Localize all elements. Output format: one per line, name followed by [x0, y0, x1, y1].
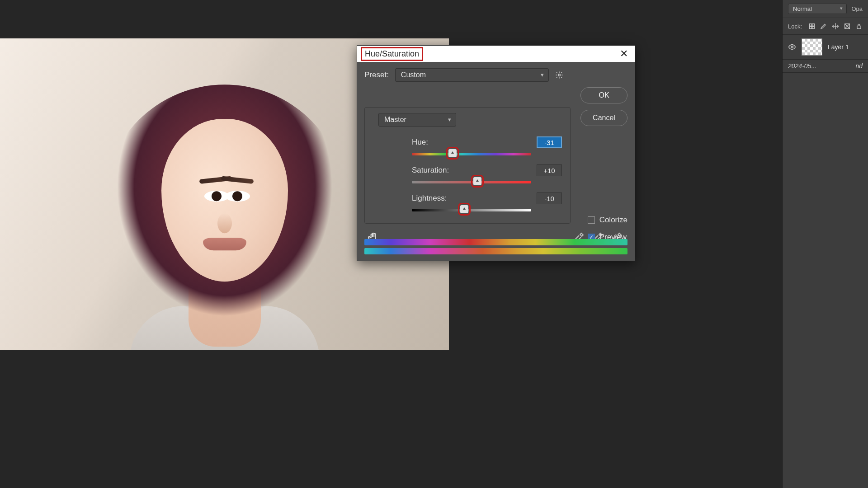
- visibility-eye-icon[interactable]: [788, 43, 796, 51]
- spectrum-input[interactable]: [364, 239, 627, 245]
- colorize-label: Colorize: [599, 216, 627, 225]
- svg-rect-3: [812, 27, 815, 29]
- spectrum-bars: [364, 239, 627, 254]
- dialog-title: Hue/Saturation: [361, 47, 423, 61]
- lock-pixels-icon[interactable]: [808, 23, 816, 30]
- hue-input[interactable]: [537, 136, 562, 148]
- preset-select[interactable]: Custom: [395, 68, 549, 82]
- layer-subline: 2024-05... nd: [783, 60, 868, 73]
- blend-mode-value: Normal: [793, 5, 812, 12]
- dialog-titlebar[interactable]: Hue/Saturation ✕: [357, 46, 635, 62]
- channel-select[interactable]: Master: [378, 113, 456, 127]
- layers-panel: Normal Opa Lock: Layer 1 2024-05... nd: [782, 0, 868, 488]
- layer-thumbnail: [802, 38, 822, 56]
- preset-value: Custom: [401, 71, 426, 79]
- opacity-label: Opa: [851, 5, 863, 12]
- blend-mode-select[interactable]: Normal: [788, 4, 847, 14]
- gear-icon[interactable]: [555, 71, 563, 79]
- hue-slider[interactable]: [412, 150, 531, 158]
- channel-value: Master: [384, 116, 406, 123]
- lock-all-icon[interactable]: [855, 23, 863, 30]
- lightness-input[interactable]: [537, 192, 562, 204]
- saturation-input[interactable]: [537, 164, 562, 176]
- preset-label: Preset:: [364, 70, 389, 80]
- svg-rect-2: [810, 27, 812, 29]
- saturation-slider-thumb[interactable]: [473, 177, 481, 185]
- svg-point-7: [558, 74, 561, 76]
- hue-saturation-dialog: Hue/Saturation ✕ Preset: Custom OK Cance…: [357, 45, 635, 261]
- lock-label: Lock:: [788, 23, 802, 30]
- svg-rect-0: [810, 24, 812, 26]
- lightness-slider-thumb[interactable]: [460, 205, 468, 213]
- close-button[interactable]: ✕: [617, 47, 631, 61]
- svg-point-6: [791, 46, 793, 48]
- lock-move-icon[interactable]: [832, 23, 839, 30]
- svg-rect-5: [857, 26, 861, 28]
- channel-panel: Master Hue: Saturation:: [364, 107, 571, 224]
- ok-button[interactable]: OK: [580, 87, 627, 103]
- hue-slider-thumb[interactable]: [448, 149, 457, 157]
- portrait-image: [103, 53, 347, 350]
- lock-bounds-icon[interactable]: [844, 23, 851, 30]
- svg-rect-1: [812, 24, 815, 26]
- layer-row[interactable]: Layer 1: [783, 35, 868, 60]
- hue-label: Hue:: [373, 138, 528, 147]
- saturation-slider[interactable]: [412, 178, 531, 186]
- lock-brush-icon[interactable]: [820, 23, 827, 30]
- saturation-label: Saturation:: [373, 166, 528, 175]
- lightness-slider[interactable]: [412, 206, 531, 214]
- cancel-button[interactable]: Cancel: [580, 110, 627, 126]
- layer-name: Layer 1: [828, 43, 849, 51]
- spectrum-output: [364, 248, 627, 254]
- colorize-checkbox[interactable]: Colorize: [588, 216, 627, 225]
- lightness-label: Lightness:: [373, 194, 528, 203]
